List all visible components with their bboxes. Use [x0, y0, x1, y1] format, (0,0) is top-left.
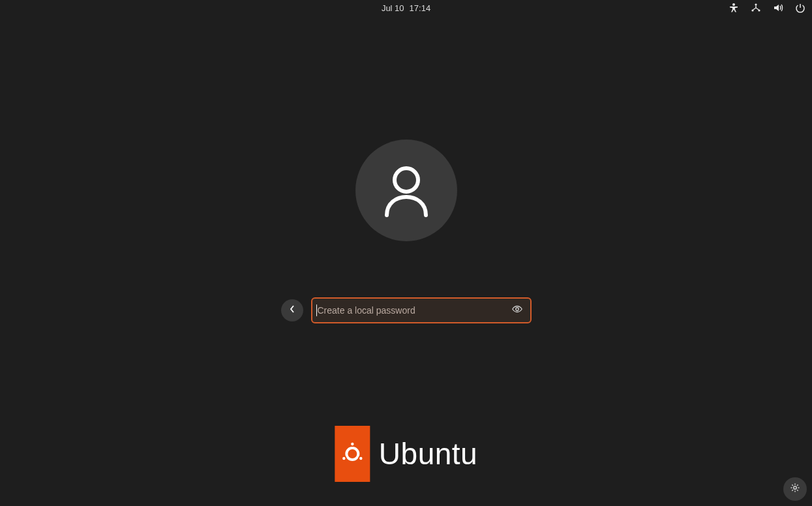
brand: Ubuntu [335, 426, 477, 482]
person-icon [375, 159, 438, 222]
brand-name: Ubuntu [379, 436, 477, 471]
svg-line-17 [792, 490, 792, 490]
svg-point-9 [359, 456, 363, 460]
svg-point-0 [732, 3, 735, 6]
accessibility-icon[interactable] [729, 3, 739, 13]
svg-line-16 [797, 490, 798, 490]
status-area [729, 0, 805, 16]
svg-point-1 [755, 3, 757, 5]
time-label: 17:14 [410, 3, 431, 13]
clock[interactable]: Jul 10 17:14 [382, 3, 430, 13]
svg-line-18 [797, 484, 798, 485]
show-password-button[interactable] [511, 304, 524, 317]
gear-icon [790, 483, 800, 496]
chevron-left-icon [289, 305, 295, 316]
power-icon[interactable] [795, 3, 805, 13]
session-options-button[interactable] [783, 477, 807, 501]
svg-point-8 [342, 456, 346, 460]
password-row [281, 297, 532, 323]
svg-point-5 [515, 308, 519, 311]
date-label: Jul 10 [382, 3, 404, 13]
password-field-wrapper[interactable] [311, 297, 532, 323]
svg-line-15 [792, 484, 792, 485]
svg-point-6 [346, 448, 358, 460]
svg-point-7 [350, 442, 354, 446]
avatar[interactable] [355, 140, 457, 241]
svg-point-4 [395, 168, 418, 192]
network-icon[interactable] [751, 3, 761, 13]
svg-point-10 [794, 486, 796, 489]
volume-icon[interactable] [773, 3, 783, 13]
ubuntu-logo-icon [335, 426, 370, 482]
back-button[interactable] [281, 299, 303, 321]
password-input[interactable] [316, 305, 511, 316]
login-area [243, 140, 569, 323]
top-bar: Jul 10 17:14 [0, 0, 812, 16]
eye-icon [511, 303, 523, 318]
